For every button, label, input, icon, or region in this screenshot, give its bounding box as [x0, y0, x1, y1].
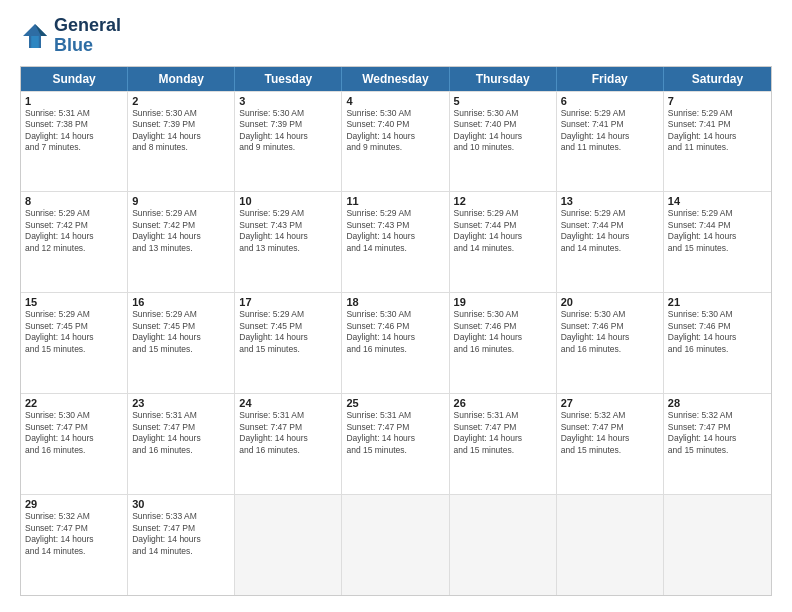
- day-info: Sunrise: 5:32 AM Sunset: 7:47 PM Dayligh…: [668, 410, 767, 456]
- header-cell-monday: Monday: [128, 67, 235, 91]
- logo: GeneralBlue: [20, 16, 121, 56]
- day-number: 7: [668, 95, 767, 107]
- day-number: 17: [239, 296, 337, 308]
- day-info: Sunrise: 5:29 AM Sunset: 7:45 PM Dayligh…: [132, 309, 230, 355]
- calendar-cell: 4Sunrise: 5:30 AM Sunset: 7:40 PM Daylig…: [342, 92, 449, 192]
- day-info: Sunrise: 5:31 AM Sunset: 7:38 PM Dayligh…: [25, 108, 123, 154]
- page: GeneralBlue SundayMondayTuesdayWednesday…: [0, 0, 792, 612]
- day-number: 27: [561, 397, 659, 409]
- calendar-cell: 2Sunrise: 5:30 AM Sunset: 7:39 PM Daylig…: [128, 92, 235, 192]
- day-info: Sunrise: 5:31 AM Sunset: 7:47 PM Dayligh…: [239, 410, 337, 456]
- day-info: Sunrise: 5:30 AM Sunset: 7:46 PM Dayligh…: [561, 309, 659, 355]
- day-number: 1: [25, 95, 123, 107]
- header-cell-saturday: Saturday: [664, 67, 771, 91]
- calendar-cell: 29Sunrise: 5:32 AM Sunset: 7:47 PM Dayli…: [21, 495, 128, 595]
- header-cell-tuesday: Tuesday: [235, 67, 342, 91]
- calendar-cell: 13Sunrise: 5:29 AM Sunset: 7:44 PM Dayli…: [557, 192, 664, 292]
- calendar-cell: 8Sunrise: 5:29 AM Sunset: 7:42 PM Daylig…: [21, 192, 128, 292]
- header-cell-thursday: Thursday: [450, 67, 557, 91]
- header-cell-wednesday: Wednesday: [342, 67, 449, 91]
- day-number: 22: [25, 397, 123, 409]
- calendar-cell: [450, 495, 557, 595]
- calendar-cell: 27Sunrise: 5:32 AM Sunset: 7:47 PM Dayli…: [557, 394, 664, 494]
- calendar-cell: 17Sunrise: 5:29 AM Sunset: 7:45 PM Dayli…: [235, 293, 342, 393]
- day-number: 21: [668, 296, 767, 308]
- calendar-cell: 21Sunrise: 5:30 AM Sunset: 7:46 PM Dayli…: [664, 293, 771, 393]
- day-info: Sunrise: 5:31 AM Sunset: 7:47 PM Dayligh…: [454, 410, 552, 456]
- day-number: 5: [454, 95, 552, 107]
- calendar-cell: 10Sunrise: 5:29 AM Sunset: 7:43 PM Dayli…: [235, 192, 342, 292]
- calendar-week-3: 15Sunrise: 5:29 AM Sunset: 7:45 PM Dayli…: [21, 292, 771, 393]
- day-number: 13: [561, 195, 659, 207]
- day-info: Sunrise: 5:32 AM Sunset: 7:47 PM Dayligh…: [25, 511, 123, 557]
- calendar-cell: 19Sunrise: 5:30 AM Sunset: 7:46 PM Dayli…: [450, 293, 557, 393]
- day-number: 19: [454, 296, 552, 308]
- day-number: 12: [454, 195, 552, 207]
- day-info: Sunrise: 5:30 AM Sunset: 7:40 PM Dayligh…: [454, 108, 552, 154]
- day-info: Sunrise: 5:29 AM Sunset: 7:44 PM Dayligh…: [668, 208, 767, 254]
- calendar-cell: [235, 495, 342, 595]
- calendar-cell: 18Sunrise: 5:30 AM Sunset: 7:46 PM Dayli…: [342, 293, 449, 393]
- calendar-cell: [664, 495, 771, 595]
- day-number: 24: [239, 397, 337, 409]
- calendar-cell: 3Sunrise: 5:30 AM Sunset: 7:39 PM Daylig…: [235, 92, 342, 192]
- day-info: Sunrise: 5:30 AM Sunset: 7:39 PM Dayligh…: [132, 108, 230, 154]
- day-info: Sunrise: 5:29 AM Sunset: 7:43 PM Dayligh…: [239, 208, 337, 254]
- day-info: Sunrise: 5:30 AM Sunset: 7:39 PM Dayligh…: [239, 108, 337, 154]
- header-cell-friday: Friday: [557, 67, 664, 91]
- day-number: 25: [346, 397, 444, 409]
- calendar-week-5: 29Sunrise: 5:32 AM Sunset: 7:47 PM Dayli…: [21, 494, 771, 595]
- calendar-week-2: 8Sunrise: 5:29 AM Sunset: 7:42 PM Daylig…: [21, 191, 771, 292]
- header: GeneralBlue: [20, 16, 772, 56]
- day-info: Sunrise: 5:31 AM Sunset: 7:47 PM Dayligh…: [346, 410, 444, 456]
- calendar-week-4: 22Sunrise: 5:30 AM Sunset: 7:47 PM Dayli…: [21, 393, 771, 494]
- calendar-cell: 9Sunrise: 5:29 AM Sunset: 7:42 PM Daylig…: [128, 192, 235, 292]
- day-number: 6: [561, 95, 659, 107]
- calendar-cell: 5Sunrise: 5:30 AM Sunset: 7:40 PM Daylig…: [450, 92, 557, 192]
- day-info: Sunrise: 5:29 AM Sunset: 7:45 PM Dayligh…: [239, 309, 337, 355]
- svg-rect-2: [31, 36, 39, 48]
- day-info: Sunrise: 5:29 AM Sunset: 7:44 PM Dayligh…: [561, 208, 659, 254]
- calendar-cell: 6Sunrise: 5:29 AM Sunset: 7:41 PM Daylig…: [557, 92, 664, 192]
- calendar-cell: 30Sunrise: 5:33 AM Sunset: 7:47 PM Dayli…: [128, 495, 235, 595]
- calendar-cell: 11Sunrise: 5:29 AM Sunset: 7:43 PM Dayli…: [342, 192, 449, 292]
- day-info: Sunrise: 5:32 AM Sunset: 7:47 PM Dayligh…: [561, 410, 659, 456]
- day-number: 28: [668, 397, 767, 409]
- day-info: Sunrise: 5:29 AM Sunset: 7:45 PM Dayligh…: [25, 309, 123, 355]
- calendar-cell: 7Sunrise: 5:29 AM Sunset: 7:41 PM Daylig…: [664, 92, 771, 192]
- day-number: 23: [132, 397, 230, 409]
- day-number: 2: [132, 95, 230, 107]
- day-number: 20: [561, 296, 659, 308]
- day-info: Sunrise: 5:29 AM Sunset: 7:42 PM Dayligh…: [132, 208, 230, 254]
- calendar-week-1: 1Sunrise: 5:31 AM Sunset: 7:38 PM Daylig…: [21, 91, 771, 192]
- day-number: 4: [346, 95, 444, 107]
- calendar-cell: 20Sunrise: 5:30 AM Sunset: 7:46 PM Dayli…: [557, 293, 664, 393]
- calendar-cell: 16Sunrise: 5:29 AM Sunset: 7:45 PM Dayli…: [128, 293, 235, 393]
- day-info: Sunrise: 5:29 AM Sunset: 7:43 PM Dayligh…: [346, 208, 444, 254]
- calendar-cell: [557, 495, 664, 595]
- day-info: Sunrise: 5:29 AM Sunset: 7:41 PM Dayligh…: [561, 108, 659, 154]
- calendar-cell: 1Sunrise: 5:31 AM Sunset: 7:38 PM Daylig…: [21, 92, 128, 192]
- calendar: SundayMondayTuesdayWednesdayThursdayFrid…: [20, 66, 772, 596]
- calendar-cell: 24Sunrise: 5:31 AM Sunset: 7:47 PM Dayli…: [235, 394, 342, 494]
- day-info: Sunrise: 5:29 AM Sunset: 7:41 PM Dayligh…: [668, 108, 767, 154]
- day-number: 16: [132, 296, 230, 308]
- calendar-body: 1Sunrise: 5:31 AM Sunset: 7:38 PM Daylig…: [21, 91, 771, 595]
- day-info: Sunrise: 5:33 AM Sunset: 7:47 PM Dayligh…: [132, 511, 230, 557]
- day-number: 11: [346, 195, 444, 207]
- day-number: 30: [132, 498, 230, 510]
- calendar-cell: [342, 495, 449, 595]
- calendar-cell: 22Sunrise: 5:30 AM Sunset: 7:47 PM Dayli…: [21, 394, 128, 494]
- calendar-cell: 15Sunrise: 5:29 AM Sunset: 7:45 PM Dayli…: [21, 293, 128, 393]
- calendar-cell: 25Sunrise: 5:31 AM Sunset: 7:47 PM Dayli…: [342, 394, 449, 494]
- day-number: 26: [454, 397, 552, 409]
- day-number: 14: [668, 195, 767, 207]
- header-cell-sunday: Sunday: [21, 67, 128, 91]
- day-number: 3: [239, 95, 337, 107]
- day-number: 15: [25, 296, 123, 308]
- logo-text: GeneralBlue: [54, 16, 121, 56]
- day-number: 29: [25, 498, 123, 510]
- day-info: Sunrise: 5:29 AM Sunset: 7:42 PM Dayligh…: [25, 208, 123, 254]
- day-number: 18: [346, 296, 444, 308]
- calendar-cell: 26Sunrise: 5:31 AM Sunset: 7:47 PM Dayli…: [450, 394, 557, 494]
